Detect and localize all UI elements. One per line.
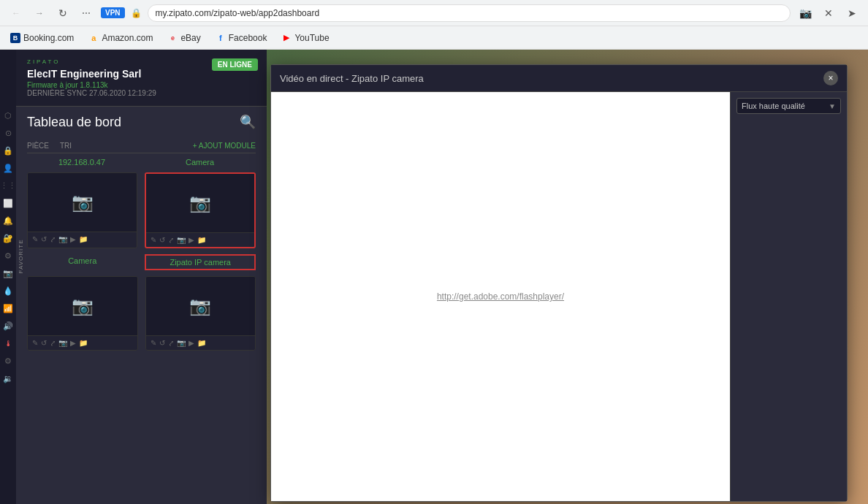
- modal-sidebar: Flux haute qualité ▼: [730, 92, 847, 501]
- dashboard-title: Tableau de bord: [27, 115, 121, 130]
- play-icon-1[interactable]: ▶: [70, 235, 76, 243]
- photo-icon-4[interactable]: 📷: [177, 339, 186, 347]
- edit-icon-4[interactable]: ✎: [151, 339, 156, 347]
- link-icon-1[interactable]: ⤤: [50, 235, 56, 243]
- bookmark-youtube[interactable]: ▶ YouTube: [278, 31, 332, 45]
- nav-square-icon[interactable]: ⬜: [1, 196, 15, 210]
- nav-bell-icon[interactable]: 🔔: [1, 213, 15, 228]
- camera-label-1: Camera: [27, 254, 137, 270]
- folder-icon-4[interactable]: 📁: [197, 339, 206, 347]
- back-button[interactable]: ←: [7, 4, 25, 22]
- bookmark-facebook[interactable]: f Facebook: [213, 31, 270, 45]
- video-area: http://get.adobe.com/flashplayer/: [271, 92, 730, 501]
- edit-icon-3[interactable]: ✎: [32, 339, 38, 347]
- flash-player-link[interactable]: http://get.adobe.com/flashplayer/: [437, 291, 564, 302]
- play-icon-2[interactable]: ▶: [189, 236, 194, 244]
- modal-title: Vidéo en direct - Zipato IP camera: [280, 73, 424, 84]
- folder-icon-3[interactable]: 📁: [79, 339, 88, 347]
- bookmark-booking[interactable]: B Booking.com: [7, 31, 77, 45]
- camera-preview-3: 📷: [28, 277, 137, 335]
- photo-icon-1[interactable]: 📷: [58, 235, 67, 243]
- camera-video-icon-1: 📷: [72, 192, 94, 213]
- device-name-1: Camera: [144, 158, 256, 167]
- firmware-info: Firmware à jour 1.8.113k: [27, 81, 256, 89]
- play-icon-3[interactable]: ▶: [70, 339, 76, 347]
- reload-button[interactable]: ↻: [54, 4, 72, 22]
- nav-gear-icon[interactable]: ⚙: [1, 354, 15, 368]
- folder-icon-1[interactable]: 📁: [79, 235, 88, 243]
- photo-icon-2[interactable]: 📷: [177, 236, 186, 244]
- amazon-icon: a: [88, 33, 99, 43]
- nav-security-icon[interactable]: 🔒: [1, 143, 15, 158]
- address-bar[interactable]: my.zipato.com/zipato-web/app2dashboard: [148, 4, 791, 22]
- camera-actions-1: ✎ ↺ ⤤ 📷 ▶ 📁: [28, 232, 137, 246]
- table-header: PIÈCE TRI + AJOUT MODULE: [27, 139, 256, 153]
- ebay-icon: e: [167, 33, 178, 43]
- quality-label: Flux haute qualité: [742, 102, 826, 110]
- folder-icon-2[interactable]: 📁: [197, 236, 206, 244]
- camera-card-4: 📷 ✎ ↺ ⤤ 📷 ▶ 📁: [145, 276, 256, 351]
- modal-close-button[interactable]: ×: [823, 71, 838, 85]
- camera-cards-row2: 📷 ✎ ↺ ⤤ 📷 ▶ 📁 📷: [27, 276, 256, 351]
- camera-actions-2: ✎ ↺ ⤤ 📷 ▶ 📁: [146, 232, 254, 247]
- nav-volume-icon[interactable]: 🔊: [1, 318, 15, 333]
- bookmark-ebay[interactable]: e eBay: [164, 31, 203, 45]
- device-list: 192.168.0.47 Camera 📷 ✎ ↺ ⤤ 📷: [27, 158, 256, 351]
- camera-video-icon-2: 📷: [189, 193, 211, 213]
- zipato-sidebar: ⬡ ⊙ 🔒 👤 ⋮⋮ ⬜ 🔔 🔐 ⚙ 📷 💧 📶 🔊 🌡 ⚙ 🔉 FAVORIT…: [0, 50, 267, 504]
- grid-button[interactable]: ⋯: [77, 4, 95, 22]
- booking-label: Booking.com: [23, 33, 74, 43]
- add-module-button[interactable]: + AJOUT MODULE: [193, 142, 256, 150]
- nav-dashboard-icon[interactable]: ⬡: [1, 108, 15, 123]
- send-action-btn[interactable]: ➤: [843, 4, 861, 22]
- zipato-header: ZIPATO ElecIT Engineering Sarl Firmware …: [16, 50, 267, 107]
- camera-card-1: 📷 ✎ ↺ ⤤ 📷 ▶ 📁: [27, 172, 137, 248]
- browser-toolbar: ← → ↻ ⋯ VPN 🔒 my.zipato.com/zipato-web/a…: [0, 0, 868, 26]
- sync-label: DERNIÈRE SYNC: [27, 89, 87, 97]
- camera-card-3: 📷 ✎ ↺ ⤤ 📷 ▶ 📁: [27, 276, 138, 351]
- refresh-icon-3[interactable]: ↺: [41, 339, 47, 347]
- lock-icon: 🔒: [131, 8, 142, 18]
- nav-wifi-icon[interactable]: 📶: [1, 301, 15, 316]
- nav-settings-icon[interactable]: ⚙: [1, 248, 15, 263]
- youtube-label: YouTube: [294, 33, 329, 43]
- vpn-badge: VPN: [101, 7, 125, 18]
- refresh-icon-1[interactable]: ↺: [41, 235, 47, 243]
- ebay-label: eBay: [180, 33, 200, 43]
- refresh-icon-2[interactable]: ↺: [159, 236, 165, 244]
- refresh-icon-4[interactable]: ↺: [159, 339, 165, 347]
- nav-dots-icon[interactable]: ⋮⋮: [1, 178, 15, 193]
- quality-arrow-icon: ▼: [829, 102, 836, 110]
- search-button[interactable]: 🔍: [240, 114, 256, 130]
- camera-cards-row1: 📷 ✎ ↺ ⤤ 📷 ▶ 📁: [27, 172, 256, 248]
- nav-lock-icon[interactable]: 🔐: [1, 231, 15, 245]
- play-icon-4[interactable]: ▶: [189, 339, 194, 347]
- bookmark-amazon[interactable]: a Amazon.com: [85, 31, 156, 45]
- photo-icon-3[interactable]: 📷: [58, 339, 67, 347]
- video-modal: Vidéo en direct - Zipato IP camera × htt…: [270, 64, 848, 502]
- camera-preview-1: 📷: [28, 173, 137, 232]
- nav-sound-icon[interactable]: 🔉: [1, 371, 15, 386]
- camera-video-icon-3: 📷: [72, 296, 94, 316]
- edit-icon-1[interactable]: ✎: [32, 235, 38, 243]
- edit-icon-2[interactable]: ✎: [151, 236, 156, 244]
- nav-power-icon[interactable]: ⊙: [1, 126, 15, 140]
- header-tri: TRI: [60, 142, 72, 150]
- address-text: my.zipato.com/zipato-web/app2dashboard: [156, 8, 320, 18]
- close-action-btn[interactable]: ✕: [820, 4, 837, 22]
- forward-button[interactable]: →: [31, 4, 48, 22]
- dashboard-title-row: Tableau de bord 🔍: [27, 114, 256, 130]
- link-icon-4[interactable]: ⤤: [168, 339, 174, 347]
- facebook-icon: f: [216, 33, 226, 43]
- nav-camera-icon[interactable]: 📷: [1, 266, 15, 280]
- link-icon-3[interactable]: ⤤: [50, 339, 56, 347]
- link-icon-2[interactable]: ⤤: [168, 236, 174, 244]
- quality-selector[interactable]: Flux haute qualité ▼: [736, 98, 841, 114]
- device-ip-1: 192.168.0.47: [27, 158, 137, 167]
- nav-temp-icon[interactable]: 🌡: [1, 336, 15, 351]
- nav-users-icon[interactable]: 👤: [1, 161, 15, 175]
- camera-action-btn[interactable]: 📷: [796, 4, 814, 22]
- header-piece: PIÈCE: [27, 142, 49, 150]
- nav-drop-icon[interactable]: 💧: [1, 283, 15, 298]
- camera-preview-2: 📷: [146, 174, 254, 232]
